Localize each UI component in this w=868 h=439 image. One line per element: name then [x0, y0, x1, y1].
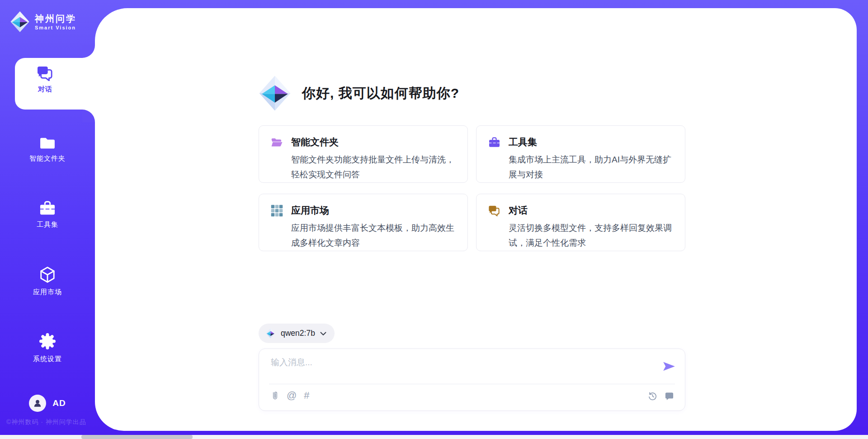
feature-cards: 智能文件夹 智能文件夹功能支持批量文件上传与清洗，轻松实现文件问答 工具集 集成…	[259, 125, 685, 251]
card-title: 对话	[509, 204, 528, 217]
sidebar-item-label: 工具集	[37, 220, 58, 229]
brand-diamond-icon	[265, 328, 276, 339]
chevron-down-icon	[320, 332, 326, 336]
brand-header: 神州问学 Smart Vision	[9, 11, 76, 33]
folder-icon	[39, 136, 56, 150]
tab-scoop-bottom	[82, 110, 95, 122]
folder-open-icon	[271, 136, 283, 148]
feature-card-smart-folder[interactable]: 智能文件夹 智能文件夹功能支持批量文件上传与清洗，轻松实现文件问答	[259, 125, 468, 183]
card-title: 工具集	[509, 136, 537, 148]
briefcase-icon	[488, 136, 500, 148]
brand-name: 神州问学	[35, 13, 76, 24]
briefcase-icon	[39, 200, 56, 216]
gear-icon	[38, 332, 57, 350]
grid-icon	[271, 205, 283, 217]
brand-subtitle: Smart Vision	[35, 25, 76, 30]
user-name: AD	[52, 398, 66, 408]
mention-icon[interactable]: @	[287, 391, 297, 401]
scrollbar-thumb[interactable]	[81, 435, 193, 439]
sidebar-item-settings[interactable]: 系统设置	[0, 332, 95, 363]
card-description: 智能文件夹功能支持批量文件上传与清洗，轻松实现文件问答	[291, 152, 458, 182]
card-description: 应用市场提供丰富长文本模板，助力高效生成多样化文章内容	[291, 220, 458, 250]
feature-card-app-market[interactable]: 应用市场 应用市场提供丰富长文本模板，助力高效生成多样化文章内容	[259, 194, 468, 251]
tab-scoop-top	[82, 45, 95, 58]
copyright-text: ©神州数码 · 神州问学出品	[6, 418, 86, 426]
avatar	[29, 395, 46, 412]
cube-icon	[39, 266, 56, 283]
model-name: qwen2:7b	[281, 329, 315, 338]
model-selector[interactable]: qwen2:7b	[259, 324, 335, 343]
greeting: 你好, 我可以如何帮助你?	[257, 75, 459, 112]
message-composer: @ #	[259, 348, 685, 411]
greeting-text: 你好, 我可以如何帮助你?	[302, 84, 459, 103]
sidebar-item-label: 对话	[38, 85, 52, 94]
user-account[interactable]: AD	[0, 395, 95, 412]
brand-diamond-icon	[9, 11, 31, 33]
brand-diamond-icon	[257, 75, 293, 112]
app-window: 神州问学 Smart Vision 对话 智能文件夹 工具集 应用市场 系统设置…	[0, 0, 868, 439]
history-icon[interactable]	[648, 391, 657, 401]
sidebar-item-chat[interactable]: 对话	[15, 58, 95, 110]
card-title: 应用市场	[291, 204, 329, 217]
composer-divider	[269, 384, 675, 384]
message-input[interactable]	[270, 356, 647, 382]
sidebar-item-smart-folder[interactable]: 智能文件夹	[0, 136, 95, 163]
paperclip-icon[interactable]	[271, 391, 279, 401]
topic-icon[interactable]: #	[304, 391, 309, 401]
sidebar-item-label: 系统设置	[33, 355, 62, 363]
card-description: 集成市场上主流工具，助力AI与外界无缝扩展与对接	[509, 152, 675, 182]
sidebar-item-app-market[interactable]: 应用市场	[0, 266, 95, 296]
sidebar-item-label: 智能文件夹	[29, 154, 66, 163]
main-content: 你好, 我可以如何帮助你? 智能文件夹 智能文件夹功能支持批量文件上传与清洗，轻…	[95, 8, 857, 431]
chat-bubbles-icon	[488, 205, 500, 217]
chat-bubble-icon[interactable]	[665, 391, 674, 401]
sidebar-item-label: 应用市场	[33, 288, 62, 296]
feature-card-chat[interactable]: 对话 灵活切换多模型文件，支持多样回复效果调试，满足个性化需求	[476, 194, 685, 251]
horizontal-scrollbar	[0, 435, 868, 439]
card-description: 灵活切换多模型文件，支持多样回复效果调试，满足个性化需求	[509, 220, 675, 250]
sidebar-item-toolset[interactable]: 工具集	[0, 200, 95, 229]
send-icon[interactable]	[662, 360, 676, 372]
chat-bubbles-icon	[37, 66, 54, 81]
person-icon	[32, 398, 43, 409]
feature-card-toolset[interactable]: 工具集 集成市场上主流工具，助力AI与外界无缝扩展与对接	[476, 125, 685, 183]
card-title: 智能文件夹	[291, 136, 339, 148]
